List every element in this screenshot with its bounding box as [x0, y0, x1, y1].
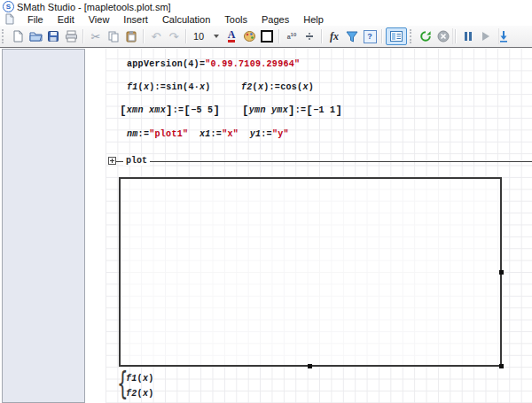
- menu-tools[interactable]: Tools: [217, 14, 254, 25]
- content-area: appVersion(4)="0.99.7109.29964" f1(x):=s…: [0, 47, 532, 403]
- font-size-combo[interactable]: 10: [192, 31, 221, 42]
- math-x-range[interactable]: [xmn xmx]:=[−5 5]: [120, 105, 220, 117]
- title-bar: S SMath Studio - [mapletools.plot.sm]: [0, 0, 532, 12]
- toolbar-separator: [321, 29, 323, 43]
- math-segment: xmn: [127, 105, 144, 115]
- region-label[interactable]: plot: [123, 156, 150, 166]
- open-button[interactable]: [27, 27, 44, 45]
- filter-button[interactable]: [343, 27, 361, 45]
- menu-view[interactable]: View: [82, 14, 117, 25]
- math-segment: [: [120, 105, 127, 117]
- plot-function-f2[interactable]: f2(x): [126, 388, 154, 399]
- pause-icon: [465, 32, 472, 41]
- toolbar-separator: [185, 29, 187, 43]
- resize-handle-corner[interactable]: [499, 364, 504, 368]
- region-collapse-toggle[interactable]: [108, 157, 116, 165]
- math-segment: ]: [335, 105, 342, 117]
- math-y-range[interactable]: [ymn ymx]:=[−1 1]: [242, 105, 342, 117]
- toolbar-separator: [278, 29, 280, 43]
- math-segment: :=: [211, 129, 223, 139]
- fraction-view-button[interactable]: [301, 27, 318, 45]
- math-segment: −5 5: [191, 105, 213, 115]
- math-segment: cos: [280, 82, 297, 92]
- menu-help[interactable]: Help: [296, 14, 331, 25]
- dynamic-assistance-button[interactable]: ?: [361, 27, 379, 45]
- math-segment: [188, 129, 200, 139]
- math-segment: xmx: [149, 105, 166, 115]
- redo-arrow-icon: ↷: [169, 30, 179, 43]
- math-segment: :=: [155, 82, 167, 92]
- redo-button[interactable]: ↷: [165, 27, 183, 45]
- stop-circle-icon: [437, 30, 450, 43]
- font-color-button[interactable]: A: [223, 27, 240, 45]
- math-segment: [: [306, 105, 313, 117]
- menu-insert[interactable]: Insert: [116, 14, 155, 25]
- background-color-button[interactable]: [240, 27, 258, 45]
- plot-region[interactable]: [119, 177, 502, 367]
- fx-icon: fx: [330, 30, 339, 43]
- math-segment: 4·: [188, 82, 200, 92]
- fraction-icon: [306, 32, 313, 41]
- run-button[interactable]: [477, 27, 495, 45]
- math-segment: f1: [126, 374, 137, 384]
- worksheet-canvas[interactable]: appVersion(4)="0.99.7109.29964" f1(x):=s…: [86, 49, 532, 403]
- math-f2-definition[interactable]: f2(x):=cos(x): [241, 81, 314, 93]
- math-segment: (4): [183, 59, 200, 69]
- window-title: SMath Studio - [mapletools.plot.sm]: [17, 2, 171, 12]
- cut-button[interactable]: ✂: [87, 27, 105, 45]
- scissors-icon: ✂: [91, 30, 101, 43]
- undo-button[interactable]: ↶: [147, 27, 165, 45]
- math-segment: "0.99.7109.29964": [205, 59, 300, 69]
- side-panel-toggle-button[interactable]: [386, 27, 407, 45]
- interrupt-button[interactable]: [434, 27, 452, 45]
- menu-calculation[interactable]: Calculation: [155, 14, 217, 25]
- math-segment: f2: [241, 82, 253, 92]
- math-plot-names[interactable]: nm:="plot1" x1:="x" y1:="y": [127, 128, 289, 140]
- math-segment: ymx: [271, 105, 288, 115]
- math-segment: nm: [127, 129, 138, 139]
- side-panel: [2, 49, 85, 403]
- math-segment: [: [184, 105, 191, 117]
- printer-icon: [65, 30, 78, 43]
- plot-function-f1[interactable]: f1(x): [126, 373, 154, 384]
- show-borders-button[interactable]: [258, 27, 276, 45]
- math-f1-definition[interactable]: f1(x):=sin(4·x): [127, 81, 211, 93]
- panel-list-icon: [390, 31, 403, 42]
- math-segment: ): [205, 82, 210, 92]
- math-segment: −1 1: [313, 105, 335, 115]
- step-button[interactable]: [495, 27, 512, 45]
- plus-icon: [112, 159, 113, 163]
- paste-button[interactable]: [122, 27, 140, 45]
- menu-pages[interactable]: Pages: [254, 14, 296, 25]
- menu-file[interactable]: File: [20, 14, 51, 25]
- print-button[interactable]: [62, 27, 80, 45]
- pause-button[interactable]: [459, 27, 477, 45]
- toolbar-separator: [143, 29, 145, 43]
- resize-handle-bottom[interactable]: [308, 364, 312, 368]
- resize-handle-right[interactable]: [499, 270, 504, 275]
- copy-pages-icon: [107, 30, 120, 43]
- math-segment: [239, 129, 250, 139]
- save-button[interactable]: [44, 27, 62, 45]
- toolbar-grip[interactable]: [410, 29, 414, 43]
- document-icon: [4, 13, 15, 25]
- smath-studio-window: S SMath Studio - [mapletools.plot.sm] Fi…: [0, 0, 532, 403]
- recalculate-button[interactable]: [417, 27, 434, 45]
- math-segment: f2: [126, 389, 137, 399]
- math-segment: :=: [270, 82, 281, 92]
- menu-bar: File Edit View Insert Calculation Tools …: [0, 12, 532, 26]
- math-segment: [: [242, 105, 249, 117]
- toolbar-grip[interactable]: [2, 29, 6, 43]
- refresh-icon: [419, 30, 432, 43]
- new-button[interactable]: [9, 27, 27, 45]
- math-appversion[interactable]: appVersion(4)="0.99.7109.29964": [127, 58, 300, 70]
- copy-button[interactable]: [105, 27, 122, 45]
- menu-edit[interactable]: Edit: [51, 14, 82, 25]
- main-toolbar: ✂ ↶ ↷ 10 A: [0, 26, 532, 48]
- palette-icon: [243, 30, 256, 43]
- math-segment: ]: [288, 105, 295, 117]
- font-color-icon: A: [228, 30, 236, 43]
- scientific-notation-button[interactable]: a10: [283, 27, 301, 45]
- insert-function-button[interactable]: fx: [325, 27, 343, 45]
- math-segment: ymn: [249, 105, 266, 115]
